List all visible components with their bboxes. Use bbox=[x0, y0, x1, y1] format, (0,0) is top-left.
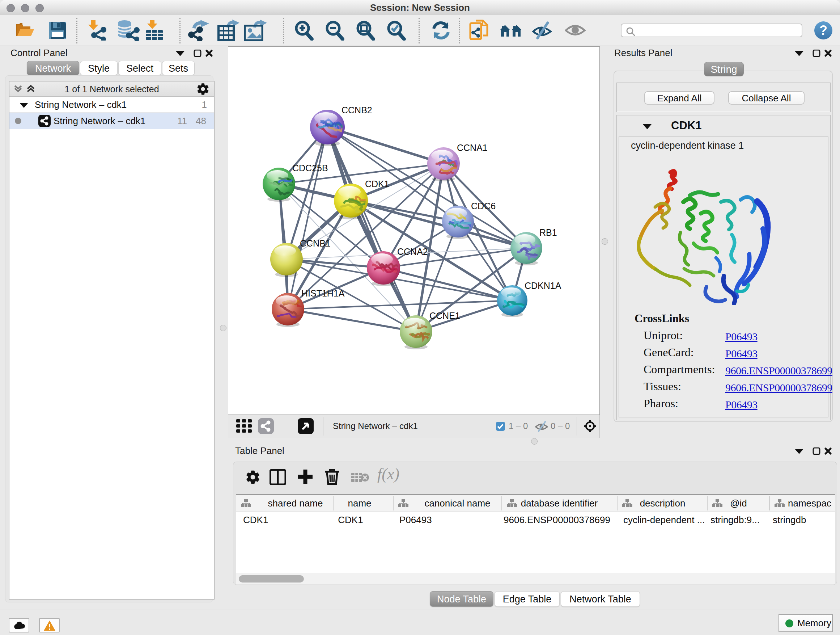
svg-text:CCNA2: CCNA2 bbox=[397, 247, 428, 257]
svg-text:CCNA1: CCNA1 bbox=[457, 143, 488, 153]
svg-text:CCNB1: CCNB1 bbox=[300, 238, 331, 249]
svg-text:CCNB2: CCNB2 bbox=[341, 105, 372, 115]
svg-text:HIST1H1A: HIST1H1A bbox=[302, 288, 345, 298]
svg-text:CDC25B: CDC25B bbox=[292, 163, 328, 173]
svg-text:CDKN1A: CDKN1A bbox=[524, 280, 561, 291]
svg-text:CDK1: CDK1 bbox=[365, 179, 389, 189]
svg-text:CCNE1: CCNE1 bbox=[429, 310, 460, 321]
svg-text:CDC6: CDC6 bbox=[471, 201, 496, 211]
svg-text:RB1: RB1 bbox=[539, 227, 557, 238]
